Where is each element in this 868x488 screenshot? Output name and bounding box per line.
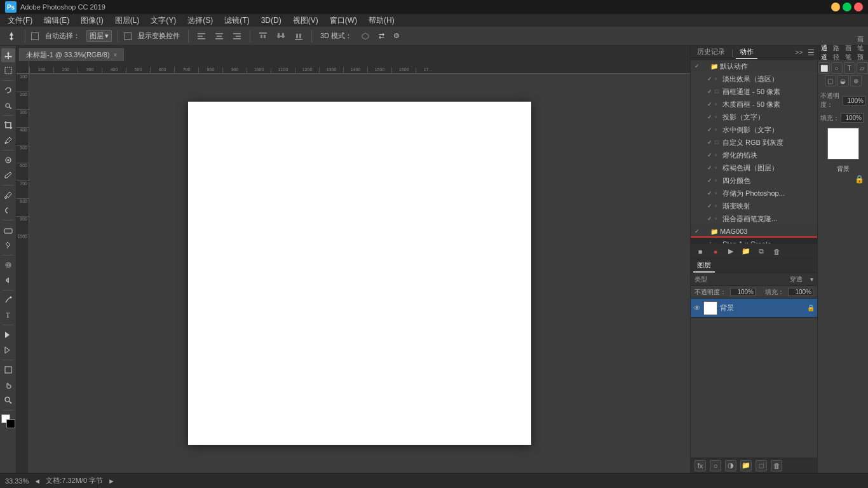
channel-btn-1[interactable]: ⬜ [818,62,830,74]
auto-select-dropdown[interactable]: 图层 ▾ [86,30,112,42]
eraser-tool[interactable] [1,223,15,237]
menu-view[interactable]: 视图(V) [288,14,323,27]
distribute-middle-button[interactable] [274,30,288,42]
layer-row-background[interactable]: 👁 背景 🔒 [691,299,817,318]
menu-file[interactable]: 文件(F) [3,14,37,27]
channel-btn-4[interactable]: ◒ [837,75,849,86]
brush-tool[interactable] [1,168,15,182]
transform-checkbox[interactable] [124,32,132,40]
action-item-fade[interactable]: ✓ › 淡出效果（选区） [691,72,817,85]
minimize-button[interactable] [831,3,840,11]
move-tool[interactable] [1,48,15,62]
maximize-button[interactable] [843,3,851,11]
new-layer-button[interactable]: □ [756,460,767,471]
action-item-mixer[interactable]: ✓ › 混合器画笔克隆... [691,212,817,225]
align-left-button[interactable] [194,30,208,42]
pen-tool[interactable] [1,293,15,307]
paint-bucket-tool[interactable] [1,238,15,252]
blur-tool[interactable] [1,258,15,272]
action-item-wood-frame[interactable]: ✓ › 木质画框 - 50 像素 [691,98,817,111]
delete-action-button[interactable]: 🗑 [771,246,782,257]
menu-3d[interactable]: 3D(D) [256,15,287,26]
color-swatches[interactable] [1,414,15,428]
stop-button[interactable]: ■ [695,246,706,257]
canvas-tab-close[interactable]: × [114,51,118,58]
marquee-tool[interactable] [1,64,15,78]
status-nav-left[interactable]: ◄ [34,477,41,485]
zoom-tool[interactable] [1,393,15,407]
shape-tool[interactable] [1,363,15,377]
channel-btn-5[interactable]: ⊕ [850,75,862,86]
new-action-button[interactable]: ⧉ [756,246,767,257]
tab-actions[interactable]: 动作 [736,46,757,59]
channel-btn-2[interactable]: ○ [831,62,843,74]
clone-stamp-tool[interactable] [1,188,15,202]
settings-button[interactable]: ⚙ [391,30,402,41]
menu-type[interactable]: 文字(Y) [146,14,181,27]
action-item-sepia[interactable]: ✓ › 棕褐色调（图层） [691,161,817,174]
close-button[interactable] [854,3,863,11]
mini-opacity-input[interactable] [843,96,865,105]
type-tool[interactable]: T [1,308,15,322]
3d-button[interactable] [358,30,372,42]
align-center-button[interactable] [212,30,226,42]
hand-tool[interactable] [1,378,15,392]
path-selection-tool[interactable] [1,328,15,342]
healing-tool[interactable] [1,153,15,167]
action-group-mag003[interactable]: ✓ 📁 MAG003 [691,225,817,238]
distribute-top-button[interactable] [256,30,270,42]
layer-visibility-icon[interactable]: 👁 [693,304,701,313]
menu-select[interactable]: 选择(S) [182,14,218,27]
mini-fill-input[interactable] [841,113,864,123]
menu-help[interactable]: 帮助(H) [363,14,400,27]
action-item-water[interactable]: ✓ › 水中倒影（文字） [691,123,817,136]
new-group-button[interactable]: 📁 [740,460,752,471]
crop-tool[interactable] [1,118,15,132]
status-nav-right[interactable]: ► [108,477,115,485]
action-item-molten[interactable]: ✓ › 熔化的铅块 [691,149,817,161]
action-group-default[interactable]: ✓ 📁 默认动作 [691,60,817,72]
record-button[interactable]: ● [710,246,721,257]
channel-btn-T[interactable]: T [844,62,855,74]
menu-edit[interactable]: 编辑(E) [39,14,74,27]
fill-input[interactable] [788,288,813,296]
tab-layers[interactable]: 图层 [693,259,715,273]
action-item-cast-shadow[interactable]: ✓ › 投影（文字） [691,111,817,123]
direct-selection-tool[interactable] [1,343,15,357]
action-item-saveas[interactable]: ✓ › 存储为 Photoshop... [691,187,817,200]
channel-btn-shape[interactable]: ▱ [857,62,868,74]
channel-btn-3[interactable]: ▢ [825,75,836,86]
opacity-input[interactable] [730,288,756,296]
auto-select-checkbox[interactable] [31,32,39,40]
lasso-tool[interactable] [1,83,15,97]
align-right-button[interactable] [230,30,244,42]
menu-layer[interactable]: 图层(L) [110,14,145,27]
add-fx-button[interactable]: fx [695,460,706,471]
dodge-tool[interactable] [1,273,15,287]
delete-layer-button[interactable]: 🗑 [771,460,782,471]
play-button[interactable]: ▶ [725,246,736,257]
action-item-frame-channel[interactable]: ✓ □ 画框通道 - 50 像素 [691,85,817,98]
quick-select-tool[interactable] [1,98,15,112]
svg-point-31 [7,264,10,266]
distribute-bottom-button[interactable] [292,30,306,42]
mode-swap-button[interactable]: ⇄ [376,30,387,41]
action-item-step1[interactable]: ✓ › Step 1 :: Create [691,238,817,243]
tab-history[interactable]: 历史记录 [693,46,729,59]
menu-filter[interactable]: 滤镜(T) [219,14,254,27]
panel-menu-icon[interactable]: ☰ [808,48,815,57]
action-item-gradient[interactable]: ✓ › 渐变映射 [691,200,817,212]
panel-expand-icon[interactable]: >> [795,49,803,56]
canvas-tab-main[interactable]: 未标题-1 @ 33.3%(RGB/8) × [19,48,124,61]
add-mask-button[interactable]: ○ [710,460,721,471]
window-controls[interactable] [831,3,863,11]
move-tool-icon[interactable] [4,30,19,43]
eyedropper-tool[interactable] [1,133,15,147]
menu-image[interactable]: 图像(I) [76,14,108,27]
menu-window[interactable]: 窗口(W) [325,14,362,27]
action-item-quadrant[interactable]: ✓ › 四分颜色 [691,174,817,187]
new-set-button[interactable]: 📁 [740,246,752,257]
history-brush-tool[interactable] [1,203,15,217]
action-item-custom-rgb[interactable]: ✓ □ 自定义 RGB 到灰度 [691,136,817,149]
new-fill-adj-button[interactable]: ◑ [725,460,736,471]
